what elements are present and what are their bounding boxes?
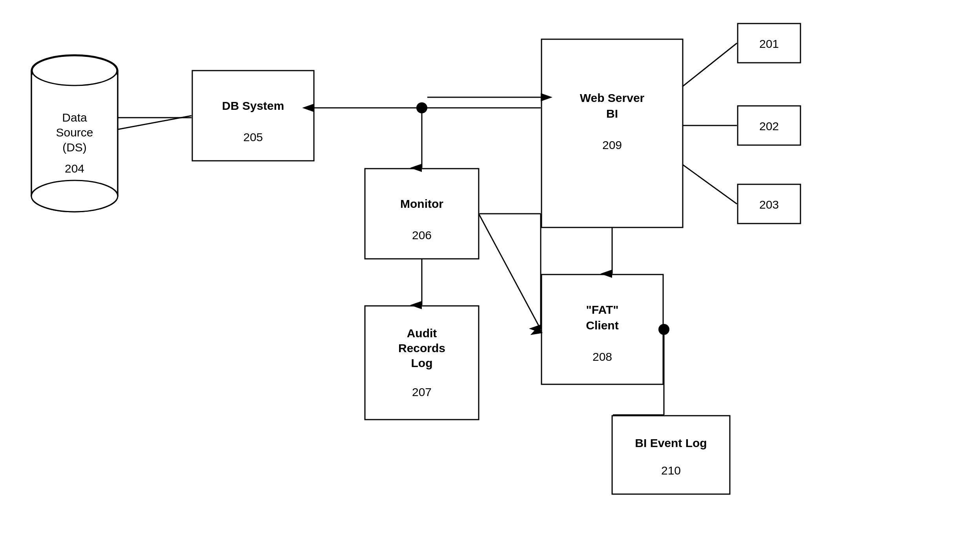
db-system-id: 205 bbox=[243, 131, 263, 144]
audit-records-label2: Records bbox=[398, 342, 445, 355]
audit-records-id: 207 bbox=[412, 385, 432, 398]
bi-event-log-id: 210 bbox=[661, 464, 681, 477]
client-202-id: 202 bbox=[759, 120, 779, 133]
svg-rect-9 bbox=[365, 169, 479, 259]
web-server-node: Web Server BI 209 bbox=[541, 39, 683, 227]
audit-records-label3: Log bbox=[411, 356, 433, 369]
client-201-id: 201 bbox=[759, 37, 779, 50]
monitor-label: Monitor bbox=[400, 197, 443, 210]
junction-dot-top bbox=[416, 102, 427, 113]
client-202-node: 202 bbox=[738, 106, 800, 145]
svg-point-7 bbox=[31, 180, 118, 212]
svg-line-26 bbox=[479, 214, 541, 329]
data-source-label2: Source bbox=[56, 126, 93, 139]
db-system-label: DB System bbox=[222, 99, 284, 112]
web-server-label: Web Server bbox=[580, 91, 645, 104]
svg-line-33 bbox=[683, 43, 737, 86]
monitor-node: Monitor 206 bbox=[365, 169, 479, 259]
svg-rect-8 bbox=[192, 71, 314, 161]
fat-client-id: 208 bbox=[593, 350, 612, 363]
fat-client-label: "FAT" bbox=[586, 303, 619, 316]
client-203-node: 203 bbox=[738, 184, 800, 224]
client-201-node: 201 bbox=[738, 24, 800, 63]
db-system-node: DB System 205 bbox=[192, 71, 314, 161]
junction-dot-fat bbox=[658, 324, 669, 335]
data-source-label: Data bbox=[62, 111, 87, 124]
data-source-label3: (DS) bbox=[62, 141, 87, 154]
web-server-label2: BI bbox=[606, 107, 618, 120]
web-server-id: 209 bbox=[602, 138, 622, 151]
svg-line-35 bbox=[683, 165, 737, 204]
diagram-container: Data Source (DS) 204 DB System 205 Monit… bbox=[0, 0, 979, 560]
svg-point-4 bbox=[32, 56, 117, 85]
client-203-id: 203 bbox=[759, 198, 779, 211]
data-source-id: 204 bbox=[65, 162, 84, 175]
diagram-svg: Data Source (DS) 204 DB System 205 Monit… bbox=[0, 0, 979, 560]
fat-client-node: "FAT" Client 208 bbox=[541, 275, 663, 384]
data-source-node: Data Source (DS) 204 bbox=[31, 55, 118, 212]
audit-records-label: Audit bbox=[407, 327, 437, 340]
bi-event-log-node: BI Event Log 210 bbox=[612, 416, 730, 494]
svg-rect-11 bbox=[541, 39, 683, 227]
svg-rect-13 bbox=[612, 416, 730, 494]
monitor-id: 206 bbox=[412, 229, 432, 242]
audit-records-node: Audit Records Log 207 bbox=[365, 306, 479, 420]
bi-event-log-label: BI Event Log bbox=[635, 436, 707, 449]
fat-client-label2: Client bbox=[586, 319, 618, 332]
